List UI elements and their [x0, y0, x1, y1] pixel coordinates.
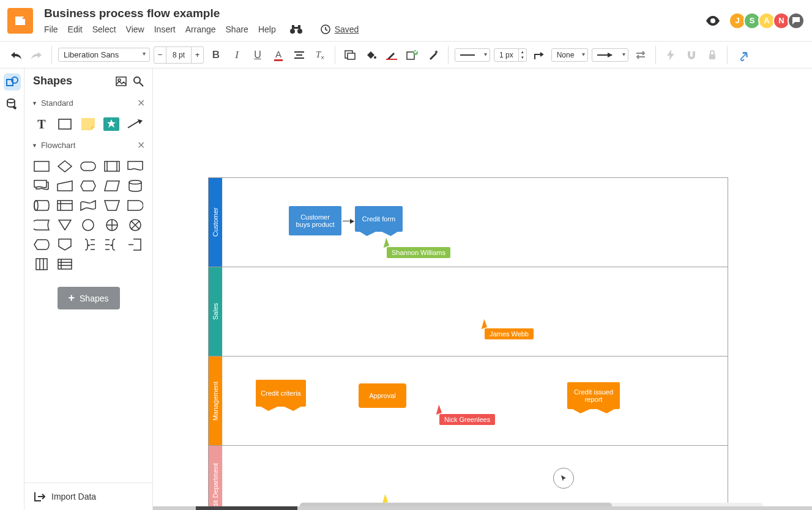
- hub-shape[interactable]: [103, 117, 120, 131]
- category-standard[interactable]: ▼ Standard ✕: [24, 94, 152, 113]
- selected-connector[interactable]: [553, 468, 574, 489]
- menu-share[interactable]: Share: [226, 24, 248, 34]
- saved-status[interactable]: Saved: [335, 24, 359, 34]
- page[interactable]: Customer Customer buys product Credit fo…: [168, 68, 739, 510]
- fc-paper-tape[interactable]: [80, 199, 97, 212]
- fc-manual-op[interactable]: [103, 199, 121, 212]
- fc-note-right[interactable]: [127, 238, 144, 251]
- close-icon[interactable]: ✕: [137, 139, 145, 151]
- lock-button[interactable]: [704, 46, 721, 64]
- line-routing-button[interactable]: [531, 46, 548, 64]
- search-icon[interactable]: [133, 76, 144, 87]
- swap-ends-button[interactable]: [632, 46, 649, 64]
- document-title[interactable]: Business process flow example: [44, 7, 706, 20]
- fc-connector[interactable]: [80, 218, 97, 232]
- fc-display[interactable]: [33, 238, 50, 251]
- fc-predefined[interactable]: [103, 160, 121, 173]
- magic-button[interactable]: [425, 46, 442, 64]
- note-shape[interactable]: [80, 117, 97, 131]
- fc-manual-input[interactable]: [56, 179, 73, 193]
- bold-button[interactable]: B: [207, 46, 225, 64]
- text-color-button[interactable]: A: [270, 46, 287, 64]
- clear-format-button[interactable]: T×: [311, 46, 329, 64]
- fc-brace-open[interactable]: [103, 238, 121, 251]
- line-width-value[interactable]: 1 px: [494, 49, 518, 61]
- line-style-select[interactable]: [455, 48, 490, 62]
- fc-document[interactable]: [127, 160, 144, 173]
- font-select[interactable]: Liberation Sans: [58, 48, 150, 62]
- fill-button[interactable]: [341, 46, 359, 64]
- node-credit-criteria[interactable]: Credit criteria: [256, 380, 306, 407]
- rect-shape[interactable]: [56, 117, 73, 131]
- fc-swimlane-h[interactable]: [56, 257, 73, 271]
- bucket-button[interactable]: [362, 46, 379, 64]
- underline-button[interactable]: U: [249, 46, 266, 64]
- undo-button[interactable]: [7, 46, 24, 64]
- fc-delay[interactable]: [127, 199, 144, 212]
- menu-insert[interactable]: Insert: [154, 24, 176, 34]
- arrow-shape[interactable]: [126, 117, 143, 131]
- fc-preparation[interactable]: [80, 179, 97, 193]
- menu-help[interactable]: Help: [258, 24, 276, 34]
- font-size-decrease[interactable]: −: [154, 47, 166, 63]
- fc-decision[interactable]: [56, 160, 73, 173]
- import-data-button[interactable]: Import Data: [24, 482, 152, 510]
- menu-select[interactable]: Select: [92, 24, 116, 34]
- close-icon[interactable]: ✕: [137, 97, 145, 109]
- align-button[interactable]: [291, 46, 308, 64]
- fc-offpage[interactable]: [56, 238, 73, 251]
- fc-swimlane-v[interactable]: [33, 257, 50, 271]
- redo-button[interactable]: [28, 46, 45, 64]
- font-size-value[interactable]: 8 pt: [166, 47, 191, 63]
- fc-terminator[interactable]: [80, 160, 97, 173]
- font-size-increase[interactable]: +: [191, 47, 203, 63]
- fc-stored[interactable]: [33, 218, 50, 232]
- line-end-select[interactable]: [592, 48, 628, 62]
- line-width-up[interactable]: ▴: [519, 49, 526, 54]
- fc-or[interactable]: [103, 218, 121, 232]
- canvas[interactable]: Customer Customer buys product Credit fo…: [153, 68, 812, 510]
- fc-data[interactable]: [103, 179, 121, 193]
- fc-summing[interactable]: [127, 218, 144, 232]
- node-approval[interactable]: Approval: [359, 383, 406, 408]
- eye-icon[interactable]: [706, 16, 720, 26]
- menu-edit[interactable]: Edit: [68, 24, 83, 34]
- image-icon[interactable]: [116, 76, 127, 86]
- rail-data-button[interactable]: [4, 95, 21, 113]
- binoculars-icon[interactable]: [289, 24, 303, 34]
- lane-customer-header[interactable]: Customer: [209, 178, 222, 267]
- text-shape[interactable]: T: [33, 117, 50, 131]
- fc-multidoc[interactable]: [33, 179, 50, 193]
- add-shapes-button[interactable]: + Shapes: [58, 287, 120, 309]
- fc-direct[interactable]: [33, 199, 50, 212]
- fc-database[interactable]: [127, 179, 144, 193]
- rail-shapes-button[interactable]: [4, 73, 21, 91]
- lane-management-header[interactable]: Management: [209, 357, 222, 445]
- line-start-select[interactable]: None: [551, 48, 588, 62]
- page-tab-active[interactable]: [196, 506, 297, 510]
- menu-arrange[interactable]: Arrange: [185, 24, 216, 34]
- connector-arrow[interactable]: [343, 221, 354, 221]
- italic-button[interactable]: I: [228, 46, 245, 64]
- fc-internal[interactable]: [56, 199, 73, 212]
- menu-file[interactable]: File: [44, 24, 58, 34]
- line-width-down[interactable]: ▾: [519, 54, 526, 60]
- magnet-button[interactable]: [683, 46, 700, 64]
- swimlanes[interactable]: Customer Customer buys product Credit fo…: [208, 177, 728, 510]
- flash-button[interactable]: [662, 46, 679, 64]
- category-flowchart[interactable]: ▼ Flowchart ✕: [24, 136, 152, 155]
- node-credit-form[interactable]: Credit form: [355, 206, 403, 232]
- fc-merge[interactable]: [56, 218, 73, 232]
- border-color-button[interactable]: [383, 46, 400, 64]
- node-customer-buys[interactable]: Customer buys product: [289, 206, 341, 235]
- shape-style-button[interactable]: [404, 46, 421, 64]
- settings-button[interactable]: [734, 46, 751, 64]
- node-credit-report[interactable]: Credit issued report: [567, 382, 620, 409]
- fc-brace-close[interactable]: [80, 238, 97, 251]
- lane-credit-header[interactable]: Credit Department: [209, 446, 222, 510]
- chat-icon[interactable]: [788, 12, 805, 29]
- app-logo[interactable]: [7, 8, 33, 34]
- page-tabs-bar[interactable]: [153, 506, 812, 510]
- lane-sales-header[interactable]: Sales: [209, 267, 222, 356]
- menu-view[interactable]: View: [126, 24, 144, 34]
